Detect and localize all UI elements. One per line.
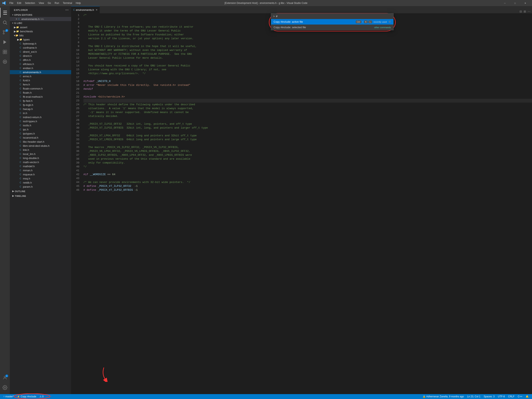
tree-item-iscanonical[interactable]: C iscanonical.h [10,135,71,139]
tree-item-mman[interactable]: C mman.h [10,168,71,172]
menu-selection[interactable]: Selection [23,1,37,5]
open-editor-environments-h[interactable]: ✕ C environments.h bits [10,17,71,21]
language-mode-status[interactable]: C++ [516,394,524,399]
tree-item-fp-logb[interactable]: C fp-logb.h [10,103,71,107]
tree-item-fcntl[interactable]: C fcntl.h [10,78,71,82]
command-settings-icon[interactable]: ⚙ [388,20,391,23]
tree-item-types[interactable]: ▶ 📁 types [10,38,71,42]
benchtests-chevron: ▶ [14,30,16,33]
tree-item-assert[interactable]: ▶ 📁 assert [10,25,71,29]
explorer-more-icon[interactable]: ··· [65,8,69,12]
tree-item-long-double[interactable]: C long-double.h [10,156,71,160]
tree-item-indirect-return[interactable]: C indirect-return.h [10,115,71,119]
outline-section[interactable]: ▶ OUTLINE [10,189,71,193]
assert-chevron: ▶ [14,26,16,29]
elfclass-icon: C [19,62,22,66]
activity-run[interactable] [0,37,10,47]
tree-item-link[interactable]: C link.h [10,148,71,152]
errors-warnings-status[interactable]: ⚠ 0 [38,394,45,399]
menu-go[interactable]: Go [46,1,52,5]
menu-terminal[interactable]: Terminal [61,1,74,5]
tree-item-confname[interactable]: C confname.h [10,46,71,50]
tab-filename: environments.h [76,8,94,12]
cursor-position-status[interactable]: Ln 23, Col 1 [466,394,482,399]
tree-item-fenv[interactable]: C fenv.h [10,82,71,87]
tree-item-local-lim[interactable]: C local_lim.h [10,152,71,156]
code-line-6: License as published by the Free Softwar… [83,33,532,37]
copy-include-status[interactable]: ⚡ Copy #include [15,394,38,399]
tree-item-errno[interactable]: C errno.h [10,74,71,78]
bits-label: bits [19,34,24,37]
tree-item-math-vector[interactable]: C math-vector.h [10,160,71,164]
command-search-input[interactable] [276,15,391,18]
open-editors-section[interactable]: ▾ OPEN EDITORS [10,13,71,17]
tree-item-netdb[interactable]: C netdb.h [10,180,71,184]
tree-item-mathdef[interactable]: C mathdef.h [10,164,71,168]
tree-item-param[interactable]: C param.h [10,184,71,189]
g-libc-section[interactable]: ▾ G LIBC [10,21,71,25]
menu-view[interactable]: View [37,1,46,5]
tab-file-icon: C [73,9,75,11]
encoding-status[interactable]: UTF-8 [496,394,507,399]
tree-item-dlfcn[interactable]: C dlfcn.h [10,58,71,62]
tree-item-benchtests[interactable]: ▶ 📁 benchtests [10,29,71,33]
activity-remote[interactable] [0,57,10,67]
command-palette[interactable]: > Copy #include: active file Ctrl + K L … [271,13,393,30]
tree-item-flt-eval[interactable]: C flt-eval-method.h [10,95,71,99]
menu-run[interactable]: Run [53,1,61,5]
activity-source-control[interactable]: 2 [0,27,10,37]
tree-item-ipc[interactable]: C ipc.h [10,127,71,131]
git-blame-status[interactable]: 🔒 Adhernevar Zanella, 9 months ago [421,394,466,399]
activity-accounts[interactable]: 1 [0,373,10,383]
activity-settings[interactable] [0,383,10,393]
c-file-icon: C [17,17,21,21]
tree-item-floatn-common[interactable]: C floatn-common.h [10,87,71,91]
tree-item-libm-simd[interactable]: C libm-simd-decl-stubs.h [10,144,71,148]
git-branch-status[interactable]: ⑂ master* [2,394,15,399]
minimize-button[interactable]: ─ [500,0,509,6]
notifications-status[interactable]: 🔔 [524,394,530,399]
tree-item-floatn[interactable]: C floatn.h [10,91,71,95]
tree-item-fp-fast[interactable]: C fp-fast.h [10,99,71,103]
tree-item-environments[interactable]: C environments.h [10,70,71,74]
code-line-10: but WITHOUT ANY WARRANTY; without even t… [83,48,532,52]
tree-item-byteswap[interactable]: C byteswap.h [10,42,71,46]
menu-help[interactable]: Help [74,1,82,5]
code-line-43 [83,176,532,180]
tree-item-msq[interactable]: C msq.h [10,176,71,180]
code-line-18: #ifndef _UNISTD_H [83,79,532,83]
tab-environments-h[interactable]: C environments.h ✕ [71,6,100,13]
menu-file[interactable]: File [8,1,15,5]
tree-item-dirent-ext[interactable]: C dirent_ext.h [10,50,71,54]
close-button[interactable]: ✕ [520,0,530,6]
tree-item-mqueue[interactable]: C mqueue.h [10,172,71,176]
tree-item-elfclass[interactable]: C elfclass.h [10,62,71,66]
cursor-position-label: Ln 23, Col 1 [467,395,481,398]
code-editor[interactable]: /* The GNU C Library is free software; y… [81,13,532,394]
activity-extensions[interactable] [0,47,10,57]
tree-item-hwcap[interactable]: C hwcap.h [10,107,71,111]
tree-item-bits[interactable]: ▾ 📂 bits [10,33,71,38]
tree-item-in[interactable]: C in.h [10,111,71,115]
copy-include-label: Copy #include [21,395,36,398]
tree-item-libc-header-start[interactable]: C libc-header-start.h [10,139,71,144]
maximize-button[interactable]: □ [510,0,520,6]
command-item-copy-include-active[interactable]: Copy #include: active file Ctrl + K L re… [271,19,393,25]
code-line-12: Lesser General Public License for more d… [83,56,532,60]
line-ending-status[interactable]: CRLF [507,394,516,399]
tree-item-ioctl-types[interactable]: C ioctl-types.h [10,119,71,123]
menu-edit[interactable]: Edit [15,1,23,5]
timeline-section[interactable]: ▶ TIMELINE [10,193,71,198]
tree-item-ipctypes[interactable]: C ipctypes.h [10,131,71,135]
explorer-title: EXPLORER [14,9,28,11]
command-item-copy-include-selected[interactable]: Copy #include: selected file other comma… [271,25,393,30]
activity-search[interactable] [0,18,10,27]
close-editor-icon[interactable]: ✕ [16,18,17,20]
tab-close-icon[interactable]: ✕ [96,9,98,11]
tree-item-dirent[interactable]: C dirent.h [10,54,71,58]
indentation-status[interactable]: Spaces: 3 [482,394,496,399]
tree-item-ioctls[interactable]: C ioctls.h [10,123,71,127]
activity-explorer[interactable] [0,8,10,18]
flt-eval-label: flt-eval-method.h [23,95,43,98]
tree-item-endian[interactable]: C endian.h [10,66,71,70]
